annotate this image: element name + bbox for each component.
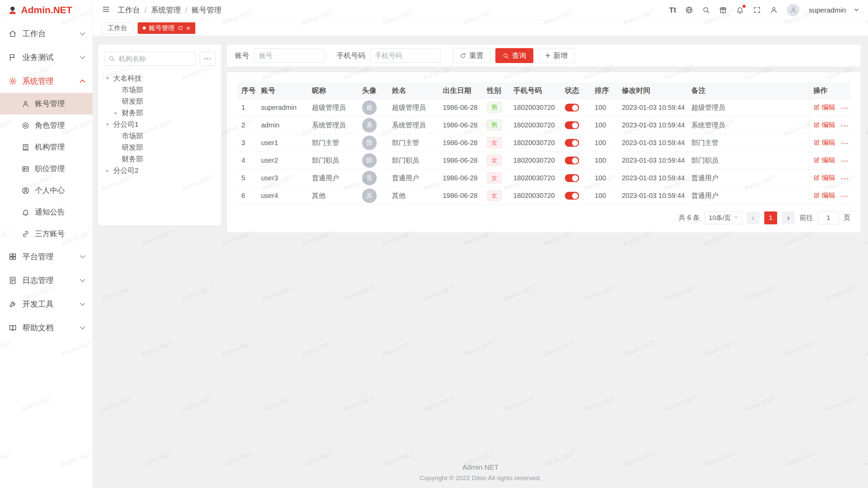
tree-node[interactable]: 市场部 (104, 84, 215, 96)
reset-button[interactable]: 重置 (453, 48, 491, 63)
status-toggle[interactable] (565, 192, 579, 200)
sidebar-item-dev-tools[interactable]: 开发工具 (0, 292, 93, 316)
chevron-down-icon (80, 30, 85, 35)
sidebar-item-notice[interactable]: 通知公告 (0, 201, 93, 223)
sidebar-item-workbench[interactable]: 工作台 (0, 22, 93, 45)
sidebar-item-system-management[interactable]: 系统管理 (0, 69, 93, 93)
cell-order: 100 (591, 116, 618, 134)
gender-badge: 男 (487, 102, 502, 113)
breadcrumb-system-management[interactable]: 系统管理 (151, 5, 181, 15)
org-search-input[interactable] (104, 52, 196, 66)
accounts-table: 序号 账号 昵称 头像 姓名 出生日期 性别 手机号码 状态 排序 修改时间 (237, 82, 850, 205)
tree-node[interactable]: ▾大名科技 (104, 73, 215, 84)
sidebar-item-position-management[interactable]: 职位管理 (0, 158, 93, 180)
more-actions-button[interactable]: ⋯ (841, 174, 849, 183)
more-actions-button[interactable]: ⋯ (841, 104, 849, 112)
sidebar-item-org-management[interactable]: 机构管理 (0, 136, 93, 158)
tree-node[interactable]: ▸财务部 (104, 107, 215, 119)
cell-time: 2023-01-03 10:59:44 (618, 134, 687, 151)
status-toggle[interactable] (565, 104, 579, 111)
profile-icon[interactable] (770, 6, 778, 14)
tree-node[interactable]: 研发部 (104, 142, 215, 153)
sidebar-item-business-test[interactable]: 业务测试 (0, 45, 93, 69)
page-content: ⋯ ▾大名科技 市场部 研发部 ▸财务部 ▾分公司1 市场部 研发部 财务部 ▸… (93, 36, 868, 488)
caret-right-icon[interactable]: ▸ (104, 167, 111, 174)
page-size-select[interactable]: 10条/页 (705, 211, 742, 224)
add-button[interactable]: + 新增 (538, 48, 575, 63)
edit-button[interactable]: 编辑 (813, 103, 835, 112)
edit-button[interactable]: 编辑 (813, 156, 835, 165)
tree-node[interactable]: 研发部 (104, 96, 215, 107)
caret-down-icon[interactable]: ▾ (104, 75, 111, 81)
sidebar-item-thirdparty-account[interactable]: 三方账号 (0, 223, 93, 245)
page-1-button[interactable]: 1 (764, 211, 777, 224)
cell-name: 超级管理员 (388, 99, 439, 116)
goto-page-input[interactable] (818, 211, 839, 224)
tree-node[interactable]: ▸分公司2 (104, 165, 215, 176)
cell-account: user1 (257, 134, 308, 151)
phone-input[interactable] (370, 48, 440, 63)
more-actions-button[interactable]: ⋯ (841, 121, 849, 130)
gear-icon (8, 77, 17, 85)
gender-badge: 女 (487, 137, 502, 148)
caret-right-icon[interactable]: ▸ (113, 110, 119, 116)
breadcrumb-workbench[interactable]: 工作台 (118, 5, 140, 15)
tree-more-button[interactable]: ⋯ (200, 52, 215, 66)
sidebar-item-platform-management[interactable]: 平台管理 (0, 245, 93, 268)
sidebar-item-account-management[interactable]: 账号管理 (0, 93, 93, 115)
logo[interactable]: Admin.NET (0, 0, 93, 20)
row-avatar: 部 (362, 153, 377, 168)
cell-phone: 18020030720 (509, 151, 561, 169)
more-actions-button[interactable]: ⋯ (841, 192, 849, 200)
account-input[interactable] (254, 48, 324, 63)
sidebar-item-personal-center[interactable]: 个人中心 (0, 180, 93, 201)
sidebar-item-role-management[interactable]: 角色管理 (0, 115, 93, 136)
menu-collapse-icon[interactable] (102, 5, 110, 15)
search-icon (108, 55, 115, 62)
row-avatar: 普 (362, 171, 377, 185)
search-icon[interactable] (702, 6, 710, 14)
tab-account-management[interactable]: 账号管理 × (138, 22, 195, 34)
prev-page-button[interactable]: ‹ (747, 211, 760, 224)
notification-bell-icon[interactable] (736, 6, 744, 14)
cell-remark: 超级管理员 (687, 99, 809, 116)
username[interactable]: superadmin (809, 6, 846, 14)
tree-node[interactable]: 市场部 (104, 130, 215, 142)
status-toggle[interactable] (565, 139, 579, 147)
logo-icon (7, 5, 18, 15)
caret-down-icon[interactable]: ▾ (104, 121, 111, 127)
active-tab-dot (143, 26, 146, 29)
edit-button[interactable]: 编辑 (813, 191, 835, 200)
edit-button[interactable]: 编辑 (813, 173, 835, 182)
next-page-button[interactable]: › (782, 211, 795, 224)
theme-icon[interactable] (719, 6, 727, 14)
tab-workbench[interactable]: 工作台 (102, 22, 133, 34)
cell-nickname: 部门职员 (308, 151, 358, 169)
status-toggle[interactable] (565, 174, 579, 182)
cell-birth: 1986-06-28 (439, 116, 483, 134)
table-row: 4 user2 部门职员 部 部门职员 1986-06-28 女 1802003… (237, 151, 850, 169)
sidebar-item-log-management[interactable]: 日志管理 (0, 268, 93, 292)
fullscreen-icon[interactable] (753, 6, 761, 14)
chevron-down-icon[interactable] (854, 7, 858, 11)
edit-button[interactable]: 编辑 (813, 120, 835, 129)
cell-time: 2023-01-03 10:59:44 (618, 151, 687, 169)
edit-icon (813, 192, 820, 199)
status-toggle[interactable] (565, 157, 579, 164)
tree-node[interactable]: ▾分公司1 (104, 119, 215, 130)
status-toggle[interactable] (565, 121, 579, 129)
font-size-icon[interactable]: Tt (669, 6, 676, 15)
more-actions-button[interactable]: ⋯ (841, 139, 849, 147)
more-actions-button[interactable]: ⋯ (841, 157, 849, 165)
sidebar-item-help-docs[interactable]: 帮助文档 (0, 316, 93, 340)
query-bar: 账号 手机号码 重置 查询 + 新增 (226, 44, 861, 67)
close-icon[interactable]: × (186, 24, 190, 32)
user-avatar[interactable] (787, 4, 800, 16)
edit-button[interactable]: 编辑 (813, 138, 835, 147)
refresh-icon[interactable] (178, 25, 183, 31)
language-icon[interactable] (685, 6, 693, 14)
tree-node[interactable]: 财务部 (104, 153, 215, 165)
search-button[interactable]: 查询 (495, 48, 533, 63)
cell-order: 100 (591, 99, 618, 116)
chevron-down-icon (80, 300, 85, 306)
